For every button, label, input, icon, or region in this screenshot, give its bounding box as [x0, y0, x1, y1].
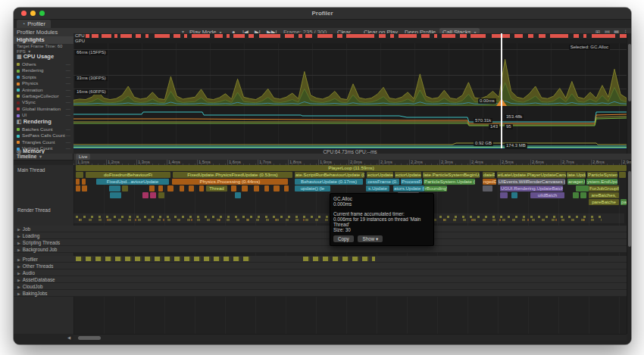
thread-group-scripting-threads[interactable]: ▶Scripting Threads [14, 239, 627, 246]
timeline-sample-ectorupdateanim[interactable]: ectorUpdateAnim [395, 172, 421, 178]
highlight-segment[interactable] [259, 34, 280, 38]
highlight-segment[interactable] [592, 34, 615, 38]
highlight-segment[interactable] [249, 34, 254, 38]
timeline-sample[interactable] [284, 185, 289, 192]
legend-toggle[interactable]: — [66, 61, 70, 67]
highlight-segment[interactable] [184, 34, 187, 38]
highlight-segment[interactable] [514, 34, 523, 38]
timeline-sample-parallelfo[interactable]: parallelfo [621, 199, 627, 205]
timeline-sample[interactable] [158, 185, 163, 192]
timeline-sample-ators-update-0-0[interactable]: ators.Update (0.0 [393, 185, 424, 192]
timeline-sample-update-le[interactable]: update() (le [295, 185, 330, 192]
highlight-segment[interactable] [390, 34, 394, 38]
legend-item-garbagecollector[interactable]: GarbageCollector— [17, 93, 72, 99]
highlight-segment[interactable] [285, 34, 294, 38]
timeline-sample[interactable] [149, 185, 155, 192]
highlight-segment[interactable] [233, 34, 245, 38]
legend-item-scripts[interactable]: Scripts— [17, 74, 72, 80]
legend-toggle[interactable]: — [66, 74, 70, 80]
timeline-sample-forjobgroupid-0-2[interactable]: ForJobGroupID (0.2 [589, 185, 619, 192]
legend-toggle[interactable]: — [66, 106, 70, 112]
highlight-segment[interactable] [539, 34, 546, 38]
timeline-sample[interactable] [254, 185, 259, 192]
timeline-sample-physics-processing-0-44ms[interactable]: Physics.Processing (0.44ms) [172, 179, 288, 185]
module-highlights[interactable]: Highlights [14, 36, 73, 44]
timeline-sample-late-particlesystembeginupdate[interactable]: late.ParticleSystemBeginUpdate. [423, 172, 480, 178]
timeline-sample-ystem-endupdateall[interactable]: ystem.EndUpdateAll [586, 179, 617, 185]
timeline-sample[interactable] [110, 192, 121, 198]
timeline-sample-rboundingvo[interactable]: rBoundingVo [424, 185, 447, 192]
timeline-sample-particlesystemendu[interactable]: ParticleSystemEndU [587, 172, 617, 178]
timeline-sample-uildbatch[interactable]: uildBatch [530, 192, 564, 198]
timeline-hscrollbar-thumb[interactable] [78, 336, 101, 340]
copy-button[interactable]: Copy [333, 235, 354, 242]
timeline-sample[interactable] [264, 185, 269, 192]
legend-item-ui[interactable]: UI— [17, 112, 72, 118]
timeline-hscrollbar[interactable]: ◀ [73, 334, 627, 341]
timeline-sample-thread[interactable]: Thread [206, 185, 227, 192]
highlight-segment[interactable] [379, 34, 386, 38]
legend-item-setpass-calls-count[interactable]: SetPass Calls Count— [17, 132, 72, 139]
timeline-sample-behaviourupdate-0-17ms[interactable]: BehaviourUpdate (0.17ms) [295, 179, 363, 185]
timeline-sample-cessframe-0[interactable]: cessFrame (0. [366, 179, 399, 185]
thread-render-label[interactable]: Render Thread [17, 207, 51, 213]
highlight-segment[interactable] [114, 34, 117, 38]
timeline-sample-ectorupdateanima[interactable]: ectorUpdateAnima [367, 172, 393, 178]
highlight-segment[interactable] [346, 34, 374, 38]
timeline-sample[interactable] [619, 172, 626, 178]
legend-item-others[interactable]: Others— [17, 61, 72, 67]
rendering-chart[interactable]: 570.31k 353.48k 143 95 [73, 106, 627, 128]
timeline-sample-uievents-willrendercanvases-0-21ms[interactable]: UIEvents.WillRenderCanvases (0.21ms) [498, 179, 565, 185]
thread-group-assetdatabase[interactable]: ▶AssetDatabase [14, 276, 627, 283]
highlight-segment[interactable] [317, 34, 333, 38]
timeline-sample[interactable] [231, 185, 236, 192]
highlight-segment[interactable] [421, 34, 430, 38]
timeline-sample-anager-update[interactable]: anager.Update ( [567, 179, 585, 185]
module-cpu-usage[interactable]: ▦CPU Usage [14, 53, 77, 60]
legend-item-physics[interactable]: Physics— [17, 80, 72, 86]
profiler-modules-dropdown[interactable]: Profiler Modules▾ [17, 28, 58, 36]
highlight-segment[interactable] [574, 34, 579, 38]
thread-group-background-job[interactable]: ▶Background Job [14, 246, 627, 253]
highlight-segment[interactable] [192, 34, 210, 38]
timeline-sample[interactable] [150, 192, 156, 198]
legend-toggle[interactable]: — [66, 132, 70, 139]
legend-toggle[interactable]: — [66, 139, 70, 145]
highlight-segment[interactable] [550, 34, 568, 38]
legend-toggle[interactable]: — [66, 145, 70, 151]
highlight-segment[interactable] [86, 34, 89, 38]
timeline-sample-daterec[interactable]: dateRec [483, 172, 495, 178]
charts-scrollbar-thumb[interactable] [628, 44, 631, 101]
legend-item-rendering[interactable]: Rendering— [17, 67, 72, 73]
highlight-segment[interactable] [155, 34, 170, 38]
thread-group-other-threads[interactable]: ▶Other Threads [14, 263, 627, 269]
selected-frame-line[interactable] [501, 33, 502, 148]
timeline-sample[interactable] [235, 192, 241, 198]
highlight-segment[interactable] [227, 34, 230, 38]
highlight-segment[interactable] [145, 34, 148, 38]
timeline-sample-particlesystem-update-0-16ms[interactable]: ParticleSystem.Update (0.16ms) [424, 179, 475, 185]
highlight-segment[interactable] [214, 34, 223, 38]
legend-item-batches-count[interactable]: Batches Count— [17, 126, 72, 132]
timeline-sample-s-update[interactable]: s.Update [366, 185, 389, 192]
charts-scrollbar[interactable] [627, 33, 631, 154]
highlight-segment[interactable] [442, 34, 455, 38]
legend-toggle[interactable]: — [66, 112, 70, 118]
timeline-sample-arebatches[interactable]: areBatches, [589, 192, 619, 198]
highlight-segment[interactable] [337, 34, 342, 38]
timeline-sample-parebatche[interactable]: pareBatche [589, 199, 619, 205]
timeline-sample-playerloop-11-59ms[interactable]: PlayerLoop (11.59ms) [76, 165, 627, 171]
scroll-left-arrow[interactable]: ◀ [67, 335, 70, 341]
memory-chart[interactable]: 0.92 GB 174.3 MB [73, 127, 627, 149]
thread-group-job[interactable]: ▶Job [14, 226, 627, 232]
timeline-sample[interactable] [167, 185, 174, 192]
cpu-usage-chart[interactable]: 66ms (15FPS) 33ms (30FPS) 16ms (60FPS) S… [73, 43, 627, 107]
legend-item-global-illumination[interactable]: Global Illumination— [17, 106, 72, 112]
timeline-scrollbar-thumb[interactable] [628, 171, 631, 247]
highlight-segment[interactable] [434, 34, 437, 38]
timeline-sample[interactable] [158, 192, 164, 198]
timeline-sample[interactable] [76, 185, 80, 192]
legend-item-triangles-count[interactable]: Triangles Count— [17, 139, 72, 145]
highlight-segment[interactable] [299, 34, 302, 38]
thread-group-audio[interactable]: ▶Audio [14, 269, 627, 276]
